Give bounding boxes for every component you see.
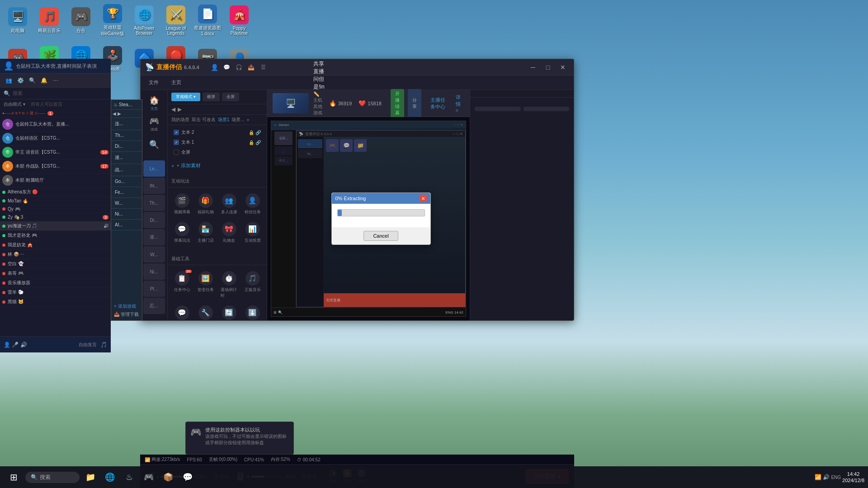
scene-add-btn[interactable]: +: [247, 117, 250, 122]
list-item[interactable]: Athena东方 🔴: [0, 188, 111, 197]
tool-multi-connect[interactable]: 👥 多人连麦: [218, 191, 240, 217]
scene-item[interactable]: ✓ 文本 2 🔒 🔗: [171, 127, 263, 137]
steam-nav-item[interactable]: 连...: [111, 118, 142, 130]
list-item[interactable]: Qy 🎮: [0, 205, 111, 213]
title-avatar-icon[interactable]: 👤: [210, 62, 220, 72]
list-item[interactable]: 我是妨龙 🎪: [0, 240, 111, 250]
icon-netease[interactable]: 🎵 网易云音乐: [34, 2, 65, 39]
tb-icon-edge[interactable]: 🌐: [101, 468, 119, 486]
steam-add-game[interactable]: + 添加游戏: [113, 302, 140, 310]
tool-split[interactable]: 💬 弹幕秀: [171, 303, 193, 320]
list-item[interactable]: 本 本部 附属暗厅: [0, 174, 111, 188]
nav-game-item[interactable]: 忍...: [143, 298, 165, 314]
tool-lucky-gift[interactable]: 🎁 福袋礼物: [195, 191, 216, 217]
detail-btn[interactable]: 详情 >: [456, 94, 464, 113]
list-item[interactable]: 表哥 🎮: [0, 269, 111, 278]
task-center-btn[interactable]: 主播任务中心: [430, 97, 449, 110]
list-item[interactable]: ●——C S T G ☆ 迎 ☆—— 1: [0, 109, 111, 117]
mode-normal[interactable]: 常规模式 ▾: [171, 93, 200, 101]
nav-game-item[interactable]: 灌...: [143, 229, 165, 245]
tb-icon-discord[interactable]: 💬: [179, 468, 197, 486]
add-material-button[interactable]: + + 添加素材: [168, 160, 267, 172]
tool-tasks[interactable]: 📋 24 任务中心: [171, 269, 193, 301]
tool-video-danmu[interactable]: 🎬 视频弹幕: [171, 191, 193, 217]
tool-lucky-box[interactable]: 🎀 礼物盒: [218, 220, 240, 246]
steam-nav-item[interactable]: Go...: [111, 176, 142, 187]
scene-item[interactable]: ✓ 文本 1 🔒 🔗: [171, 137, 263, 147]
scene-tab-1[interactable]: 场景1: [218, 117, 230, 123]
steam-nav-item[interactable]: Di...: [111, 141, 142, 152]
hide-module-btn[interactable]: [475, 107, 521, 111]
nav-home[interactable]: 🏠 主页: [143, 94, 165, 113]
tool-countdown[interactable]: ⏱️ 退场倒计时: [218, 269, 240, 301]
nav-game-item[interactable]: Le...: [143, 160, 165, 177]
list-item[interactable]: 空白 👻: [0, 259, 111, 269]
share-btn[interactable]: 分享: [408, 89, 421, 118]
chat-icon-contacts[interactable]: 👥: [4, 75, 14, 85]
list-item[interactable]: 林 📦 ···: [0, 250, 111, 259]
stream-edit-btn[interactable]: ✏️: [313, 91, 320, 97]
scene-tab-2[interactable]: 场景...: [231, 117, 244, 123]
nav-game-item[interactable]: Th...: [143, 195, 165, 211]
nav-back-btn[interactable]: ◀: [171, 106, 175, 113]
steam-nav-item[interactable]: Fe...: [111, 187, 142, 198]
steam-nav-item[interactable]: Th...: [111, 130, 142, 141]
title-share-icon[interactable]: 📤: [246, 62, 256, 72]
tool-vote[interactable]: 📊 互动投票: [242, 220, 263, 246]
steam-nav-item[interactable]: AI...: [111, 220, 142, 230]
mode-landscape[interactable]: 横屏: [203, 93, 220, 101]
nav-game-item[interactable]: IN...: [143, 178, 165, 194]
nav-search[interactable]: 🔍: [143, 135, 165, 154]
icon-poppy[interactable]: 🎪 Poppy Playtime: [224, 2, 255, 39]
tool-img-tasks[interactable]: 🖼️ 垫变任务: [195, 269, 216, 301]
chat-icon-search[interactable]: 🔍: [27, 75, 37, 85]
toolbar-main[interactable]: 主页: [167, 78, 186, 87]
nav-game-item[interactable]: Pl...: [143, 281, 165, 297]
settings-btn[interactable]: [524, 107, 570, 111]
list-item[interactable]: yu海波一刀 🎵 🔊: [0, 221, 111, 231]
tool-bomb[interactable]: 💬 弹幕玩法: [171, 220, 193, 246]
steam-nav-item[interactable]: 战...: [111, 164, 142, 176]
icon-league[interactable]: ⚔️ League of Legends: [160, 2, 191, 39]
title-menu-icon[interactable]: ☰: [259, 62, 269, 72]
nav-games[interactable]: 🎮 游戏: [143, 114, 165, 133]
dialog-close-btn[interactable]: ✕: [420, 195, 427, 202]
nav-game-item[interactable]: W...: [143, 246, 165, 263]
list-item[interactable]: 帝 帝王 语音区【CSTG... 14: [0, 145, 111, 160]
tool-download[interactable]: ⬇️ 下播倒计时: [242, 303, 263, 320]
steam-nav-item[interactable]: W...: [111, 198, 142, 209]
title-headphone-icon[interactable]: 🎧: [234, 62, 244, 72]
chat-icon-more[interactable]: ⋯: [51, 75, 61, 85]
list-item[interactable]: MoTan 🔥: [0, 197, 111, 205]
toolbar-file[interactable]: 文件: [144, 78, 163, 87]
list-item[interactable]: 仓 仓鼠特语区 【CSTG...: [0, 131, 111, 145]
cancel-button[interactable]: Cancel: [363, 231, 398, 241]
icon-word[interactable]: 📄 星速游览器图1.docx: [192, 2, 223, 39]
title-chat-icon[interactable]: 💬: [222, 62, 232, 72]
tool-tube-mgmt[interactable]: 🔧 房管助手: [195, 303, 216, 320]
tb-icon-game[interactable]: 🎮: [140, 468, 158, 486]
list-item[interactable]: 本 本部 作战队【CSTG... 17: [0, 160, 111, 174]
steam-nav-item[interactable]: Ni...: [111, 209, 142, 220]
list-item[interactable]: 我才是孙龙 🎮: [0, 231, 111, 240]
icon-wegame[interactable]: 🏆 英雄联盟WeGame版: [97, 2, 128, 39]
tool-scene-switch[interactable]: 🔄 场景切换器: [218, 303, 240, 320]
start-stream-btn[interactable]: 开播绿幕: [391, 89, 404, 118]
chat-icon-settings[interactable]: ⚙️: [15, 75, 25, 85]
nav-game-item[interactable]: Ni...: [143, 263, 165, 280]
icon-game1[interactable]: 🎮 合合: [66, 2, 96, 39]
tool-audio-mix[interactable]: 🎵 正版音乐: [242, 269, 263, 301]
list-item[interactable]: 黑猫 🐱: [0, 297, 111, 307]
icon-computer[interactable]: 🖥️ 此电脑: [2, 2, 33, 39]
close-button[interactable]: ✕: [557, 61, 569, 74]
icon-adspower[interactable]: 🌐 AdsPower Browser: [129, 2, 160, 39]
scene-item-fullscreen[interactable]: 全屏: [171, 147, 263, 157]
minimize-button[interactable]: ─: [527, 61, 539, 74]
nav-fwd-btn[interactable]: ▶: [178, 106, 182, 113]
list-item[interactable]: 雷羊 🐑: [0, 288, 111, 297]
nav-game-item[interactable]: Di...: [143, 212, 165, 228]
mode-fullscreen[interactable]: 全屏: [222, 93, 239, 101]
list-item[interactable]: 仓 仓鼠特工队大本营。直播...: [0, 117, 111, 131]
search-bar[interactable]: 🔍 搜索: [25, 472, 80, 483]
steam-nav-item[interactable]: 灌...: [111, 152, 142, 164]
